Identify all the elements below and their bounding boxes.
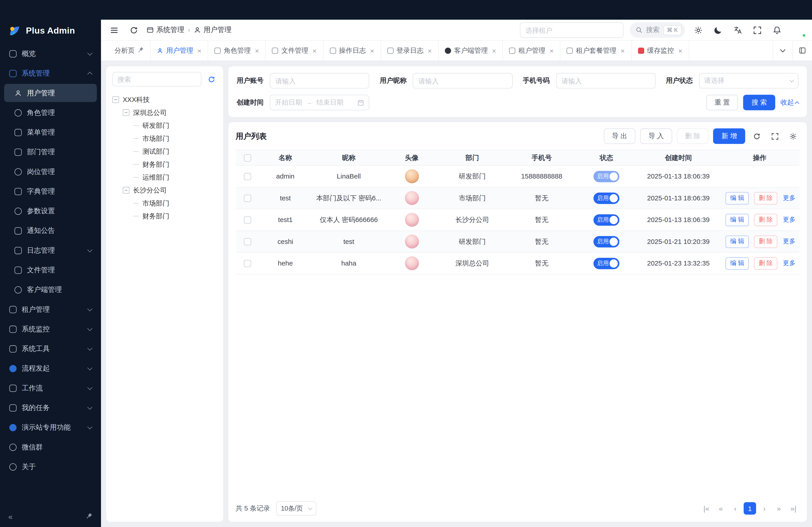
tabs-dropdown-button[interactable]	[773, 40, 792, 61]
sidebar-item-clients[interactable]: 客户端管理	[4, 281, 97, 299]
row-checkbox[interactable]	[244, 216, 251, 224]
tab-analysis[interactable]: 分析页	[108, 40, 151, 61]
status-toggle[interactable]: 启用	[593, 236, 619, 247]
column-settings-button[interactable]	[786, 130, 800, 143]
search-button[interactable]: 搜 索	[743, 95, 775, 110]
row-checkbox[interactable]	[244, 238, 251, 245]
next-page-button[interactable]: ›	[758, 502, 770, 515]
close-icon[interactable]: ×	[549, 47, 554, 54]
sidebar-item-tenants[interactable]: 租户管理	[4, 300, 97, 318]
tree-search-input[interactable]	[112, 72, 201, 86]
user-avatar[interactable]	[792, 23, 806, 37]
sidebar-item-dictionaries[interactable]: 字典管理	[4, 182, 97, 200]
sidebar-item-departments[interactable]: 部门管理	[4, 143, 97, 161]
collapse-node-icon[interactable]: −	[123, 187, 129, 194]
more-button[interactable]: 更多	[783, 259, 795, 267]
tab-operation-logs[interactable]: 操作日志 ×	[323, 40, 381, 61]
tab-clients[interactable]: 客户端管理 ×	[439, 40, 503, 61]
sidebar-item-parameters[interactable]: 参数设置	[4, 202, 97, 220]
next-fast-button[interactable]: »	[773, 502, 785, 515]
tree-node-market-dept[interactable]: 市场部门	[112, 132, 217, 145]
sidebar-item-wechat[interactable]: 微信群	[4, 438, 97, 456]
tree-node-shenzhen-hq[interactable]: − 深圳总公司	[112, 106, 217, 119]
sidebar-item-files[interactable]: 文件管理	[4, 261, 97, 279]
import-button[interactable]: 导 入	[640, 129, 672, 144]
row-delete-button[interactable]: 删 除	[754, 213, 778, 226]
tree-node-ops-dept[interactable]: 运维部门	[112, 171, 217, 184]
more-button[interactable]: 更多	[783, 238, 795, 245]
breadcrumb-item-users[interactable]: 用户管理	[194, 26, 232, 35]
nickname-input[interactable]	[413, 73, 512, 89]
tab-tenant-packages[interactable]: 租户套餐管理 ×	[561, 40, 632, 61]
sidebar-item-users[interactable]: 用户管理	[4, 84, 97, 102]
tab-roles[interactable]: 角色管理 ×	[208, 40, 266, 61]
tree-refresh-button[interactable]	[205, 74, 217, 85]
page-size-select[interactable]: 10条/页	[276, 501, 317, 515]
tree-node-changsha-branch[interactable]: − 长沙分公司	[112, 184, 217, 197]
tab-users[interactable]: 用户管理 ×	[151, 40, 208, 61]
tree-node-finance-dept[interactable]: 财务部门	[112, 158, 217, 171]
more-button[interactable]: 更多	[783, 216, 795, 223]
close-icon[interactable]: ×	[197, 47, 202, 54]
collapse-node-icon[interactable]: −	[112, 96, 119, 103]
sidebar-item-tools[interactable]: 系统工具	[4, 340, 97, 358]
close-icon[interactable]: ×	[313, 47, 317, 54]
close-icon[interactable]: ×	[370, 47, 374, 54]
delete-button[interactable]: 删 除	[677, 129, 709, 144]
sidebar-item-system[interactable]: 系统管理	[4, 64, 97, 82]
tab-files[interactable]: 文件管理 ×	[266, 40, 323, 61]
collapse-filters-link[interactable]: 收起	[780, 98, 798, 107]
theme-toggle-button[interactable]	[711, 23, 724, 37]
sidebar-item-flow[interactable]: 流程发起	[4, 359, 97, 377]
tree-node-cs-market-dept[interactable]: 市场部门	[112, 197, 217, 210]
fullscreen-button[interactable]	[751, 23, 764, 37]
row-checkbox[interactable]	[244, 173, 251, 180]
edit-button[interactable]: 编 辑	[726, 235, 749, 248]
tab-tenants[interactable]: 租户管理 ×	[503, 40, 561, 61]
date-range-picker[interactable]: 开始日期 → 结束日期	[270, 95, 369, 110]
sidebar-item-workflow[interactable]: 工作流	[4, 379, 97, 397]
content-fullscreen-button[interactable]	[792, 40, 812, 61]
edit-button[interactable]: 编 辑	[726, 213, 749, 226]
tree-node-test-dept[interactable]: 测试部门	[112, 145, 217, 158]
prev-page-button[interactable]: ‹	[729, 502, 742, 515]
sidebar-item-menus[interactable]: 菜单管理	[4, 123, 97, 141]
row-delete-button[interactable]: 删 除	[754, 192, 778, 204]
sidebar-item-tasks[interactable]: 我的任务	[4, 398, 97, 417]
close-icon[interactable]: ×	[255, 47, 259, 54]
sidebar-item-roles[interactable]: 角色管理	[4, 104, 97, 121]
language-button[interactable]	[731, 23, 744, 37]
account-input[interactable]	[270, 73, 369, 89]
settings-button[interactable]	[691, 23, 705, 37]
last-page-button[interactable]: »|	[787, 502, 800, 515]
global-search-button[interactable]: 搜索 ⌘ K	[629, 22, 685, 38]
edit-button[interactable]: 编 辑	[726, 257, 749, 269]
sidebar-item-about[interactable]: 关于	[4, 457, 97, 476]
close-icon[interactable]: ×	[621, 47, 625, 54]
status-toggle[interactable]: 启用	[593, 214, 619, 226]
status-select[interactable]: 请选择	[699, 73, 798, 89]
notifications-button[interactable]	[770, 23, 784, 37]
reset-button[interactable]: 重 置	[706, 95, 738, 110]
collapse-sidebar-icon[interactable]: «	[8, 512, 13, 521]
row-checkbox[interactable]	[244, 195, 251, 202]
tab-login-logs[interactable]: 登录日志 ×	[381, 40, 438, 61]
table-fullscreen-button[interactable]	[768, 130, 782, 143]
export-button[interactable]: 导 出	[604, 129, 635, 144]
close-icon[interactable]: ×	[492, 47, 496, 54]
edit-button[interactable]: 编 辑	[726, 192, 749, 204]
tree-node-company[interactable]: − XXX科技	[112, 93, 217, 106]
row-delete-button[interactable]: 删 除	[754, 257, 778, 269]
breadcrumb-item-system[interactable]: 系统管理	[147, 26, 185, 35]
close-icon[interactable]: ×	[678, 47, 683, 54]
row-delete-button[interactable]: 删 除	[754, 235, 778, 248]
first-page-button[interactable]: |«	[700, 502, 712, 515]
prev-fast-button[interactable]: «	[714, 502, 727, 515]
collapse-node-icon[interactable]: −	[123, 109, 129, 116]
tree-node-cs-finance-dept[interactable]: 财务部门	[112, 210, 217, 223]
pin-icon[interactable]	[138, 47, 144, 54]
more-button[interactable]: 更多	[783, 194, 795, 201]
tree-node-rnd-dept[interactable]: 研发部门	[112, 119, 217, 132]
status-toggle[interactable]: 启用	[593, 258, 619, 269]
pin-sidebar-icon[interactable]	[86, 512, 93, 521]
